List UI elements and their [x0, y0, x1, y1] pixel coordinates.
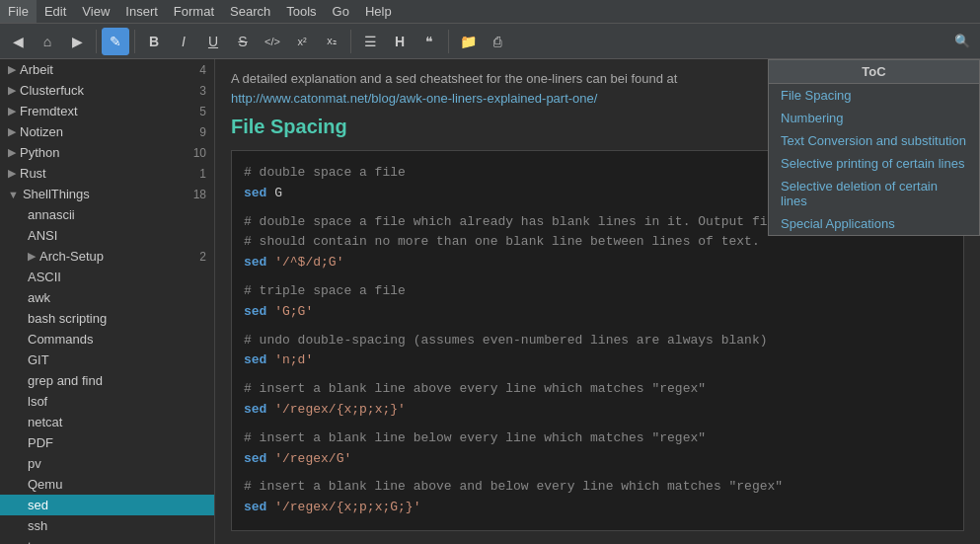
- sidebar-label: awk: [28, 290, 50, 305]
- sidebar-item-arbeit[interactable]: ▶ Arbeit4: [0, 59, 214, 80]
- sidebar-item-lsof[interactable]: lsof: [0, 391, 214, 412]
- sidebar-count: 18: [193, 188, 206, 201]
- italic-button[interactable]: I: [170, 28, 197, 55]
- superscript-button[interactable]: x²: [288, 28, 316, 55]
- sidebar-item-notizen[interactable]: ▶ Notizen9: [0, 121, 214, 142]
- back-button[interactable]: ◀: [4, 28, 32, 55]
- sidebar-item-sed[interactable]: sed: [0, 495, 214, 515]
- sidebar-item-shellthings[interactable]: ▼ ShellThings18: [0, 184, 214, 204]
- sidebar-count: 4: [199, 63, 206, 77]
- code-keyword: sed: [244, 186, 266, 200]
- code-keyword: sed: [244, 402, 266, 417]
- strikethrough-button[interactable]: S: [229, 28, 257, 55]
- sidebar-label: sed: [28, 498, 48, 512]
- sidebar-item-git[interactable]: GIT: [0, 350, 214, 370]
- heading-button[interactable]: H: [386, 28, 414, 55]
- print-button[interactable]: ⎙: [484, 28, 511, 55]
- sidebar-item-clusterfuck[interactable]: ▶ Clusterfuck3: [0, 80, 214, 101]
- menu-insert[interactable]: Insert: [117, 0, 166, 23]
- sidebar-label: Fremdtext: [20, 104, 78, 118]
- sidebar-label: tmux: [28, 539, 55, 544]
- code-comment: # insert a blank line below every line w…: [244, 430, 706, 445]
- arrow-icon: ▶: [8, 146, 16, 159]
- menu-edit[interactable]: Edit: [37, 0, 74, 23]
- menu-search[interactable]: Search: [222, 0, 278, 23]
- sidebar-item-pdf[interactable]: PDF: [0, 432, 214, 453]
- code-comment: # double space a file which already has …: [244, 214, 783, 229]
- sidebar-item-rust[interactable]: ▶ Rust1: [0, 163, 214, 184]
- sidebar-item-tmux[interactable]: tmux: [0, 536, 214, 544]
- menu-tools[interactable]: Tools: [278, 0, 324, 23]
- sidebar-label: Arbeit: [20, 62, 53, 77]
- code-keyword: sed: [244, 352, 266, 367]
- code-comment: # triple space a file: [244, 283, 406, 298]
- subscript-button[interactable]: x₂: [318, 28, 345, 55]
- code-line: [244, 469, 951, 477]
- sidebar-item-fremdtext[interactable]: ▶ Fremdtext5: [0, 101, 214, 121]
- menu-go[interactable]: Go: [325, 0, 357, 23]
- toc-item-2[interactable]: Text Conversion and substitution: [769, 129, 979, 152]
- underline-button[interactable]: U: [199, 28, 227, 55]
- toc-item-5[interactable]: Special Applications: [769, 212, 979, 235]
- sidebar-item-qemu[interactable]: Qemu: [0, 474, 214, 495]
- code-string: '/regex/{x;p;x;G;}': [274, 500, 420, 514]
- sidebar-item-bash-scripting[interactable]: bash scripting: [0, 308, 214, 329]
- blockquote-button[interactable]: ❝: [415, 28, 443, 55]
- forward-button[interactable]: ▶: [63, 28, 91, 55]
- pen-button[interactable]: ✎: [102, 28, 129, 55]
- code-string: '/regex/{x;p;x;}': [274, 402, 406, 417]
- arrow-icon: ▶: [8, 167, 16, 180]
- sidebar-item-commands[interactable]: Commands: [0, 329, 214, 350]
- code-comment: # should contain no more than one blank …: [244, 234, 760, 249]
- folder-button[interactable]: 📁: [454, 28, 482, 55]
- toolbar-separator-4: [448, 30, 449, 53]
- bold-button[interactable]: B: [140, 28, 168, 55]
- sidebar-item-python[interactable]: ▶ Python10: [0, 142, 214, 163]
- sidebar-item-ssh[interactable]: ssh: [0, 515, 214, 536]
- code-comment: # undo double-spacing (assumes even-numb…: [244, 333, 768, 348]
- intro-link[interactable]: http://www.catonmat.net/blog/awk-one-lin…: [231, 91, 597, 106]
- sidebar-label: Python: [20, 145, 59, 160]
- code-line: sed 'G;G': [244, 302, 951, 323]
- toc-title: ToC: [769, 60, 979, 84]
- toc-item-1[interactable]: Numbering: [769, 107, 979, 129]
- sidebar-item-ansi[interactable]: ANSI: [0, 225, 214, 246]
- menubar: File Edit View Insert Format Search Tool…: [0, 0, 980, 24]
- search-icon[interactable]: 🔍: [948, 28, 976, 55]
- sidebar-label: Rust: [20, 166, 46, 181]
- toc-item-3[interactable]: Selective printing of certain lines: [769, 152, 979, 175]
- toc-items: File SpacingNumberingText Conversion and…: [769, 84, 979, 235]
- sidebar-item-netcat[interactable]: netcat: [0, 412, 214, 432]
- menu-format[interactable]: Format: [166, 0, 222, 23]
- code-comment: # insert a blank line above every line w…: [244, 381, 706, 396]
- code-line: [244, 421, 951, 428]
- code-line: # insert a blank line above and below ev…: [244, 477, 951, 498]
- code-line: sed 'n;d': [244, 350, 951, 371]
- sidebar-item-pv[interactable]: pv: [0, 453, 214, 474]
- menu-help[interactable]: Help: [357, 0, 400, 23]
- code-button[interactable]: </>: [259, 28, 286, 55]
- code-line: # undo double-spacing (assumes even-numb…: [244, 331, 951, 351]
- code-line: sed '/regex/G': [244, 449, 951, 470]
- sidebar-item-grep-and-find[interactable]: grep and find: [0, 370, 214, 391]
- sidebar-item-annascii[interactable]: annascii: [0, 204, 214, 225]
- code-line: sed '/regex/{x;p;x;G;}': [244, 498, 951, 518]
- menu-view[interactable]: View: [74, 0, 117, 23]
- toc-item-4[interactable]: Selective deletion of certain lines: [769, 175, 979, 212]
- code-string: '/^$/d;G': [274, 255, 343, 270]
- sidebar-item-ascii[interactable]: ASCII: [0, 267, 214, 287]
- list-button[interactable]: ☰: [356, 28, 384, 55]
- sidebar-item-arch-setup[interactable]: ▶ Arch-Setup2: [0, 246, 214, 267]
- toc-item-0[interactable]: File Spacing: [769, 84, 979, 107]
- sidebar-label: netcat: [28, 415, 62, 429]
- code-line: sed '/regex/{x;p;x;}': [244, 400, 951, 421]
- sidebar-label: Arch-Setup: [39, 249, 104, 264]
- home-button[interactable]: ⌂: [34, 28, 61, 55]
- sidebar: ▶ Arbeit4▶ Clusterfuck3▶ Fremdtext5▶ Not…: [0, 59, 215, 544]
- arrow-icon: ▶: [28, 250, 36, 263]
- sidebar-label: Notizen: [20, 124, 63, 139]
- sidebar-item-awk[interactable]: awk: [0, 287, 214, 308]
- sidebar-label: Qemu: [28, 477, 62, 492]
- code-comment: # double space a file: [244, 165, 406, 180]
- menu-file[interactable]: File: [0, 0, 37, 23]
